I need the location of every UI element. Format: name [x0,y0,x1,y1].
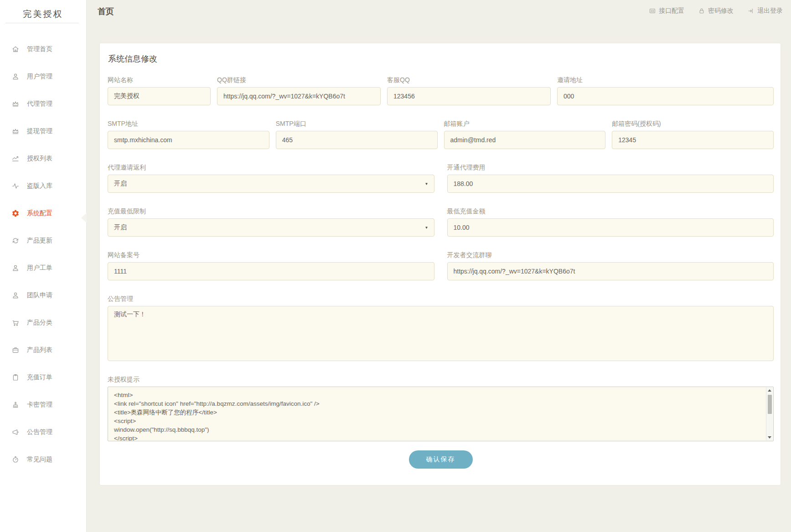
user-icon [11,72,20,81]
agent-rebate-select[interactable]: 开启 ▼ [108,175,434,193]
invite-address-label: 邀请地址 [557,75,774,84]
sidebar-item-user-management[interactable]: 用户管理 [0,63,86,90]
form-title: 系统信息修改 [108,49,774,64]
sidebar-item-label: 产品更新 [27,237,52,245]
sidebar-nav: 管理首页 用户管理 代理管理 提现管理 授权列表 盗版入库 系统配置 产品更新 [0,23,86,473]
invite-address-input[interactable] [557,87,774,105]
agent-fee-label: 开通代理费用 [447,163,774,172]
sidebar-item-system-config[interactable]: 系统配置 [0,200,86,227]
email-account-label: 邮箱账户 [444,119,606,128]
agent-rebate-selected-value: 开启 [114,180,127,188]
sidebar-item-agent-management[interactable]: 代理管理 [0,90,86,118]
select-arrow-icon: ▼ [425,226,429,230]
qq-group-link-label: QQ群链接 [217,75,381,84]
min-recharge-input[interactable] [447,218,774,237]
icp-number-label: 网站备案号 [108,250,434,259]
sidebar-item-label: 卡密管理 [27,401,52,409]
smtp-port-input[interactable] [276,131,438,149]
email-password-input[interactable] [612,131,774,149]
site-name-label: 网站名称 [108,75,211,84]
logout-label: 退出登录 [757,7,783,15]
smtp-address-input[interactable] [108,131,269,149]
home-icon [11,45,20,53]
recharge-limit-select[interactable]: 开启 ▼ [108,218,434,237]
pulse-icon [11,182,20,190]
sidebar-item-license-list[interactable]: 授权列表 [0,145,86,172]
topbar-actions: 接口配置 密码修改 退出登录 [649,7,783,15]
gear-icon [11,209,20,217]
page-title: 首页 [98,6,114,17]
sidebar-item-label: 公告管理 [27,428,52,436]
save-button[interactable]: 确认保存 [409,450,473,469]
topbar: 首页 接口配置 密码修改 退出登录 [87,0,791,23]
sidebar-item-label: 提现管理 [27,127,52,135]
announcement-textarea[interactable] [108,306,774,361]
crown-icon [11,100,20,108]
clipboard-icon [11,373,20,382]
sidebar-item-label: 充值订单 [27,373,52,382]
sidebar: 完美授权 管理首页 用户管理 代理管理 提现管理 授权列表 盗版入库 系统配 [0,0,87,532]
agent-fee-input[interactable] [447,175,774,193]
textarea-scrollbar[interactable] [766,387,773,440]
icp-number-input[interactable] [108,262,434,280]
service-qq-input[interactable] [387,87,551,105]
smtp-port-label: SMTP端口 [276,119,438,128]
interface-icon [649,7,656,15]
scrollbar-thumb[interactable] [768,395,772,414]
sidebar-item-label: 代理管理 [27,100,52,108]
email-password-label: 邮箱密码(授权码) [612,119,774,128]
interface-config-link[interactable]: 接口配置 [649,7,684,15]
sidebar-item-recharge-orders[interactable]: 充值订单 [0,364,86,391]
sidebar-item-label: 授权列表 [27,155,52,163]
site-name-input[interactable] [108,87,211,105]
briefcase-icon [11,346,20,354]
service-qq-label: 客服QQ [387,75,551,84]
sidebar-item-product-category[interactable]: 产品分类 [0,309,86,336]
change-password-link[interactable]: 密码修改 [698,7,734,15]
sidebar-item-product-update[interactable]: 产品更新 [0,227,86,254]
sidebar-item-announcement-management[interactable]: 公告管理 [0,418,86,446]
sidebar-item-pirated-storage[interactable]: 盗版入库 [0,172,86,200]
logout-icon [747,7,755,15]
recharge-limit-selected-value: 开启 [114,223,127,232]
min-recharge-label: 最低充值金额 [447,207,774,216]
sidebar-item-label: 团队申请 [27,291,52,300]
scroll-down-arrow-icon[interactable] [768,436,771,439]
logout-link[interactable]: 退出登录 [747,7,783,15]
sidebar-item-admin-home[interactable]: 管理首页 [0,36,86,63]
sidebar-item-team-apply[interactable]: 团队申请 [0,282,86,309]
main-area: 首页 接口配置 密码修改 退出登录 系统信息修改 网站名称 [87,0,791,532]
smtp-address-label: SMTP地址 [108,119,269,128]
scroll-up-arrow-icon[interactable] [768,389,771,392]
sidebar-item-card-key-management[interactable]: 卡密管理 [0,391,86,418]
unauthorized-tip-content: <html> <link rel="shortcut icon" href="h… [108,387,773,441]
lock-icon [698,7,705,15]
dev-group-input[interactable] [447,262,774,280]
sidebar-item-label: 系统配置 [27,209,52,217]
active-item-arrow [81,213,87,223]
sidebar-item-label: 用户管理 [27,72,52,81]
sidebar-item-label: 产品列表 [27,346,52,354]
broom-icon [11,401,20,409]
sidebar-item-label: 产品分类 [27,319,52,327]
unauthorized-tip-textarea[interactable]: <html> <link rel="shortcut icon" href="h… [108,387,774,441]
recharge-limit-label: 充值最低限制 [108,207,434,216]
sidebar-item-withdraw-management[interactable]: 提现管理 [0,118,86,145]
announcement-label: 公告管理 [108,294,774,303]
trend-chart-icon [11,155,20,163]
sidebar-item-label: 用户工单 [27,264,52,272]
sidebar-item-label: 管理首页 [27,45,52,53]
sidebar-item-label: 常见问题 [27,455,52,464]
crown-icon [11,127,20,135]
select-arrow-icon: ▼ [425,182,429,186]
sidebar-item-product-list[interactable]: 产品列表 [0,336,86,364]
email-account-input[interactable] [444,131,606,149]
qq-group-link-input[interactable] [217,87,381,105]
megaphone-icon [11,428,20,436]
sidebar-item-user-ticket[interactable]: 用户工单 [0,254,86,282]
app-logo: 完美授权 [0,0,86,23]
agent-rebate-label: 代理邀请返利 [108,163,434,172]
sidebar-item-faq[interactable]: 常见问题 [0,446,86,473]
dev-group-label: 开发者交流群聊 [447,250,774,259]
user-icon [11,264,20,272]
